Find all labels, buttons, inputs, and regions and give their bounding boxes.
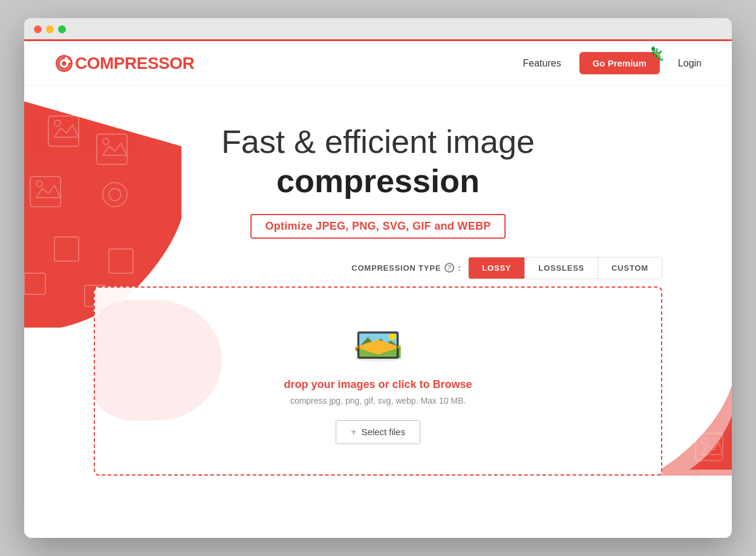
hero-subtitle: Optimize JPEG, PNG, SVG, GIF and WEBP [250,214,505,239]
dot-maximize[interactable] [58,25,66,33]
browser-dots [34,25,722,33]
hero-title: Fast & efficient image compression [221,122,535,201]
drop-image-icon [348,318,408,366]
plus-icon: + [351,427,356,438]
info-icon[interactable]: ? [445,263,454,273]
logo-text: COMPRESSOR [75,54,194,73]
dot-close[interactable] [34,25,42,33]
compression-custom-button[interactable]: CUSTOM [598,257,662,279]
page-content: COMPRESSOR Features Go Premium 🦎 Login [24,41,732,538]
logo-icon [54,54,74,73]
features-link[interactable]: Features [523,58,561,69]
header-nav: Features Go Premium 🦎 Login [523,52,702,74]
dropzone-secondary-text: compress jpg, png, gif, svg, webp. Max 1… [290,396,466,406]
main-content: Fast & efficient image compression Optim… [24,86,732,476]
compression-type-buttons: LOSSY LOSSLESS CUSTOM [468,257,662,279]
dropzone-wrapper: drop your images or click to Browse comp… [82,286,674,476]
select-files-label: Select files [361,427,405,437]
compression-lossy-button[interactable]: LOSSY [469,257,525,279]
svg-point-1 [62,61,66,65]
browser-window: COMPRESSOR Features Go Premium 🦎 Login [24,18,732,538]
logo: COMPRESSOR [54,54,194,73]
compression-lossless-button[interactable]: LOSSLESS [525,257,598,279]
select-files-button[interactable]: + Select files [336,420,420,444]
dropzone-primary-text: drop your images or click to Browse [284,378,472,391]
dropzone-bg-decoration [94,300,222,421]
browser-chrome [24,18,732,41]
hero-section: Fast & efficient image compression Optim… [221,86,535,257]
compression-label: COMPRESSION TYPE ? : [351,263,461,273]
dot-minimize[interactable] [46,25,54,33]
header: COMPRESSOR Features Go Premium 🦎 Login [24,41,732,86]
login-link[interactable]: Login [678,58,702,69]
hero-title-bold: compression [276,163,480,199]
premium-button[interactable]: Go Premium 🦎 [579,52,660,74]
dropzone[interactable]: drop your images or click to Browse comp… [94,286,662,476]
svg-point-23 [389,333,396,340]
compression-controls: COMPRESSION TYPE ? : LOSSY LOSSLESS CUST… [82,257,674,279]
monster-icon: 🦎 [648,46,665,62]
